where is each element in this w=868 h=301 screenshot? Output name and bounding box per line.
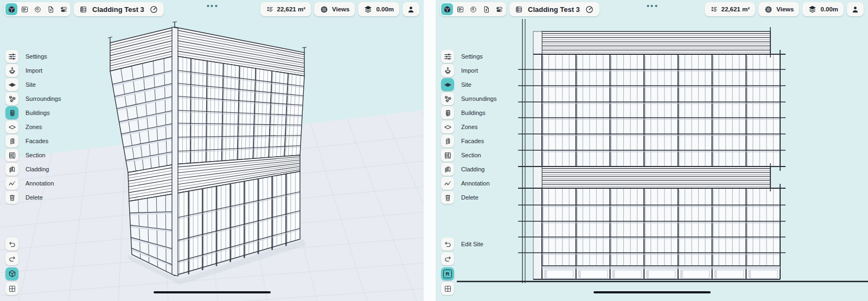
- sidebar-item-site[interactable]: Site: [441, 78, 496, 91]
- view-controls: [5, 238, 18, 295]
- sidebar-item-annotation[interactable]: Annotation: [5, 177, 61, 190]
- section-icon: [8, 151, 17, 160]
- topbar: Cladding Test 3 22,621 m² Views 0.00m: [4, 2, 419, 16]
- surroundings-icon: [443, 94, 452, 104]
- sidebar-item-section[interactable]: Section: [5, 149, 61, 162]
- grid-icon: [443, 284, 452, 293]
- zones-icon: [8, 123, 17, 132]
- area-stat-pill[interactable]: 22,621 m²: [705, 2, 755, 16]
- tool-sidebar: Settings Import Site Surroundings Buildi…: [441, 50, 496, 204]
- viewport-3d[interactable]: [0, 0, 424, 301]
- sidebar-item-settings[interactable]: Settings: [441, 50, 496, 63]
- model-cube-button[interactable]: [5, 3, 17, 15]
- person-icon: [406, 5, 416, 14]
- undo-icon: [8, 240, 17, 249]
- sidebar-item-section[interactable]: Section: [441, 149, 496, 162]
- delete-icon: [8, 193, 17, 202]
- views-label: Views: [332, 6, 349, 12]
- sidebar-item-annotation[interactable]: Annotation: [441, 177, 496, 190]
- views-label: Views: [776, 6, 794, 12]
- annotation-icon: [443, 179, 452, 188]
- clock-icon: [469, 5, 477, 14]
- sidebar-item-facades[interactable]: Facades: [5, 135, 61, 148]
- import-icon: [443, 66, 452, 75]
- preferences-button[interactable]: [58, 3, 69, 15]
- file-upload-icon: [47, 5, 55, 14]
- views-button[interactable]: Views: [314, 2, 355, 16]
- area-stat-pill[interactable]: 22,621 m²: [260, 2, 311, 16]
- sidebar-item-cladding[interactable]: Cladding: [5, 163, 61, 176]
- rotate-mode-button[interactable]: R: [441, 267, 454, 280]
- globe-icon: [764, 5, 773, 14]
- level-stat-pill[interactable]: 0.00m: [358, 2, 399, 16]
- split-view-divider[interactable]: [424, 0, 436, 301]
- area-list-icon: [266, 5, 274, 14]
- level-value: 0.00m: [820, 6, 838, 12]
- solid-cube-icon: [8, 5, 16, 14]
- sidebar-item-settings[interactable]: Settings: [5, 50, 61, 63]
- sidebar-item-buildings[interactable]: Buildings: [441, 106, 496, 119]
- sidebar-item-delete[interactable]: Delete: [441, 191, 496, 204]
- panel-3d-view: Cladding Test 3 22,621 m² Views 0.00m: [0, 0, 424, 301]
- notes-panel-button[interactable]: [454, 3, 466, 15]
- site-icon: [443, 80, 452, 89]
- viewport-elevation[interactable]: [436, 0, 868, 301]
- facades-icon: [8, 137, 17, 146]
- sidebar-item-zones[interactable]: Zones: [5, 120, 61, 133]
- sidebar-item-surroundings[interactable]: Surroundings: [441, 92, 496, 105]
- settings-icon: [443, 52, 452, 61]
- redo-button[interactable]: [5, 252, 18, 265]
- project-icon: [515, 5, 523, 14]
- preferences-button[interactable]: [493, 3, 505, 15]
- model-cube-button[interactable]: [441, 3, 453, 15]
- project-title-pill[interactable]: Cladding Test 3: [509, 2, 599, 16]
- sidebar-item-buildings[interactable]: Buildings: [5, 106, 61, 119]
- sidebar-item-site[interactable]: Site: [5, 78, 61, 91]
- zones-icon: [443, 123, 452, 132]
- buildings-icon: [443, 108, 452, 118]
- sidebar-item-cladding[interactable]: Cladding: [441, 163, 496, 176]
- solid-cube-icon: [443, 5, 451, 14]
- home-indicator[interactable]: [593, 291, 711, 294]
- list-panel-icon: [21, 5, 29, 14]
- file-export-button[interactable]: [44, 3, 56, 15]
- level-stat-pill[interactable]: 0.00m: [802, 2, 844, 16]
- views-button[interactable]: Views: [758, 2, 799, 16]
- topbar: Cladding Test 3 22,621 m² Views 0.00m: [440, 2, 864, 16]
- cube-3d-icon: [8, 269, 17, 278]
- person-icon: [851, 5, 860, 14]
- history-button[interactable]: [467, 3, 479, 15]
- view-controls: Edit Site R: [441, 238, 483, 295]
- grid-icon: [8, 284, 17, 293]
- orbit-3d-button[interactable]: [5, 267, 18, 280]
- sidebar-item-import[interactable]: Import: [441, 64, 496, 77]
- page-title: Cladding Test 3: [528, 5, 580, 14]
- stats-cluster: 22,621 m² Views 0.00m: [705, 2, 864, 16]
- tool-sidebar: Settings Import Site Surroundings Buildi…: [5, 50, 61, 204]
- home-indicator[interactable]: [154, 291, 271, 294]
- gauge-icon[interactable]: [585, 5, 594, 14]
- gauge-icon[interactable]: [149, 5, 158, 14]
- project-title-pill[interactable]: Cladding Test 3: [74, 2, 164, 16]
- undo-button[interactable]: [441, 238, 454, 251]
- split-view: Cladding Test 3 22,621 m² Views 0.00m: [0, 0, 868, 301]
- sidebar-item-facades[interactable]: Facades: [441, 135, 496, 148]
- grid-view-button[interactable]: [441, 282, 454, 295]
- mode-cluster: [440, 2, 506, 16]
- grid-view-button[interactable]: [5, 282, 18, 295]
- sidebar-item-import[interactable]: Import: [5, 64, 61, 77]
- notes-panel-button[interactable]: [18, 3, 30, 15]
- account-button[interactable]: [403, 2, 419, 16]
- undo-button[interactable]: [5, 238, 18, 251]
- file-upload-icon: [482, 5, 490, 14]
- sidebar-item-surroundings[interactable]: Surroundings: [5, 92, 61, 105]
- redo-button[interactable]: [441, 252, 454, 265]
- layers-icon: [808, 5, 817, 14]
- area-list-icon: [710, 5, 718, 14]
- account-button[interactable]: [847, 2, 864, 16]
- file-export-button[interactable]: [480, 3, 492, 15]
- rotate-badge: R: [443, 270, 452, 278]
- sidebar-item-zones[interactable]: Zones: [441, 120, 496, 133]
- sidebar-item-delete[interactable]: Delete: [5, 191, 61, 204]
- history-button[interactable]: [31, 3, 43, 15]
